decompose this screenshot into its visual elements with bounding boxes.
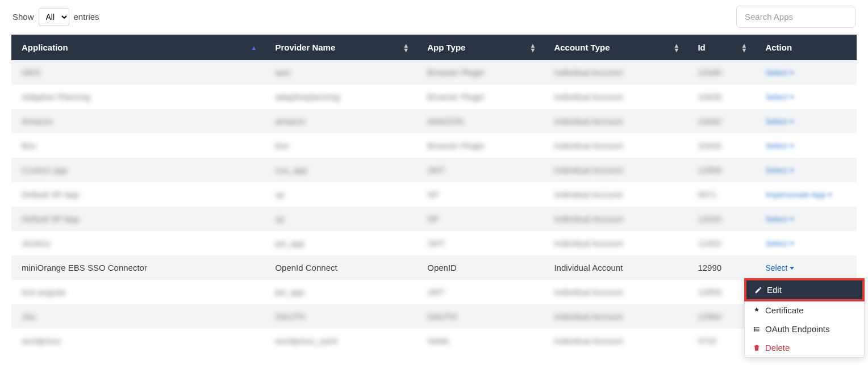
cell-action: Select	[755, 207, 857, 231]
cell-id: 10428	[687, 85, 755, 109]
cell-app: test angular	[11, 280, 265, 304]
action-select[interactable]: Select	[765, 166, 794, 175]
cell-type: OpenID	[417, 255, 544, 280]
sort-icon: ▲▼	[741, 43, 748, 52]
cell-acct: Individual Account	[544, 85, 687, 109]
cell-acct: Individual Account	[544, 304, 687, 329]
action-dropdown: Edit Certificate OAuth Endpoints Delete	[744, 278, 865, 358]
table-row: Jenkinsjwt_appJWTIndividual Account12452…	[11, 231, 857, 255]
cell-id: 10432	[687, 133, 755, 158]
cell-acct: Individual Account	[544, 207, 687, 231]
cell-id: 12020	[687, 207, 755, 231]
entries-control: Show All entries	[12, 8, 99, 26]
table-row: wordpresswordpress_samlSAMLIndividual Ac…	[11, 329, 857, 353]
cell-acct: Individual Account	[544, 133, 687, 158]
cell-app: wordpress	[11, 329, 265, 353]
table-row: AmazonamazonAMAZONIndividual Account1044…	[11, 109, 857, 133]
entries-label: entries	[74, 12, 99, 22]
cell-acct: Individual Account	[544, 231, 687, 255]
action-select[interactable]: Select	[765, 117, 794, 126]
cell-type: AMAZON	[417, 109, 544, 133]
dropdown-oauth[interactable]: OAuth Endpoints	[745, 320, 864, 338]
table-row: Default SP AppspSPIndividual Account1202…	[11, 207, 857, 231]
cell-type: Browser Plugin	[417, 85, 544, 109]
caret-down-icon	[790, 169, 794, 172]
cell-action: Impersonate App	[755, 182, 857, 207]
cell-prov: jwt_app	[265, 231, 417, 255]
header-action: Action	[755, 35, 857, 60]
cell-action: Select	[755, 231, 857, 255]
cell-acct: Individual Account	[544, 280, 687, 304]
cell-app: Adaptive Planning	[11, 85, 265, 109]
cell-prov: aws	[265, 60, 417, 85]
cell-id: 10445	[687, 60, 755, 85]
header-provider[interactable]: Provider Name ▲▼	[265, 35, 417, 60]
cell-action: Select	[755, 85, 857, 109]
cell-id: 12452	[687, 231, 755, 255]
cell-type: OAUTH	[417, 304, 544, 329]
header-application[interactable]: Application ▲	[11, 35, 265, 60]
dropdown-delete-label: Delete	[765, 343, 790, 353]
action-select[interactable]: Impersonate App	[765, 190, 832, 199]
cell-action: Select	[755, 255, 857, 280]
cell-type: SP	[417, 207, 544, 231]
cell-prov: cus_app	[265, 158, 417, 182]
cell-acct: Individual Account	[544, 255, 687, 280]
header-app-type[interactable]: App Type ▲▼	[417, 35, 544, 60]
table-row: JiraOAUTHOAUTHIndividual Account12964Sel…	[11, 304, 857, 329]
action-select[interactable]: Select	[765, 239, 794, 248]
cell-type: Browser Plugin	[417, 133, 544, 158]
cell-app: Box	[11, 133, 265, 158]
cell-type: JWT	[417, 280, 544, 304]
header-account-type[interactable]: Account Type ▲▼	[544, 35, 687, 60]
cell-action: Select	[755, 133, 857, 158]
toolbar: Show All entries	[11, 6, 857, 28]
sort-icon: ▲▼	[673, 43, 679, 52]
cell-app: AWS	[11, 60, 265, 85]
action-select[interactable]: Select	[765, 263, 794, 272]
entries-select[interactable]: All	[39, 8, 69, 26]
edit-icon	[754, 286, 762, 294]
dropdown-delete[interactable]: Delete	[745, 338, 864, 357]
cell-prov: wordpress_saml	[265, 329, 417, 353]
trash-icon	[753, 344, 761, 352]
cell-id: 12990	[687, 255, 755, 280]
cell-action: Select	[755, 60, 857, 85]
certificate-icon	[753, 307, 761, 314]
cell-prov: jwt_app	[265, 280, 417, 304]
sort-icon: ▲▼	[403, 43, 409, 52]
cell-app: Default SP App	[11, 182, 265, 207]
cell-action: Select	[755, 158, 857, 182]
table-row: Default SP AppspSPIndividual Account9971…	[11, 182, 857, 207]
cell-id: 12859	[687, 158, 755, 182]
table-header-row: Application ▲ Provider Name ▲▼ App Type …	[11, 35, 857, 60]
sort-asc-icon: ▲	[251, 44, 257, 51]
action-select[interactable]: Select	[765, 93, 794, 102]
table-row: AWSawsBrowser PluginIndividual Account10…	[11, 60, 857, 85]
cell-acct: Individual Account	[544, 109, 687, 133]
cell-app: Default SP App	[11, 207, 265, 231]
dropdown-certificate[interactable]: Certificate	[745, 301, 864, 320]
table-row: Adaptive PlanningadaptiveplanningBrowser…	[11, 85, 857, 109]
cell-app: Amazon	[11, 109, 265, 133]
action-select[interactable]: Select	[765, 68, 794, 77]
cell-action: Select	[755, 109, 857, 133]
cell-prov: sp	[265, 182, 417, 207]
cell-id: 9971	[687, 182, 755, 207]
action-select[interactable]: Select	[765, 215, 794, 224]
cell-id: 10442	[687, 109, 755, 133]
cell-type: JWT	[417, 231, 544, 255]
dropdown-oauth-label: OAuth Endpoints	[765, 324, 829, 334]
caret-down-icon	[790, 72, 794, 74]
cell-type: SP	[417, 182, 544, 207]
cell-prov: sp	[265, 207, 417, 231]
dropdown-edit[interactable]: Edit	[744, 278, 865, 301]
cell-acct: Individual Account	[544, 60, 687, 85]
caret-down-icon	[790, 120, 794, 123]
header-id[interactable]: Id ▲▼	[687, 35, 755, 60]
search-input[interactable]	[736, 6, 856, 28]
cell-app: Custom app	[11, 158, 265, 182]
dropdown-edit-label: Edit	[767, 285, 782, 295]
action-select[interactable]: Select	[765, 141, 794, 150]
show-label: Show	[12, 12, 34, 22]
